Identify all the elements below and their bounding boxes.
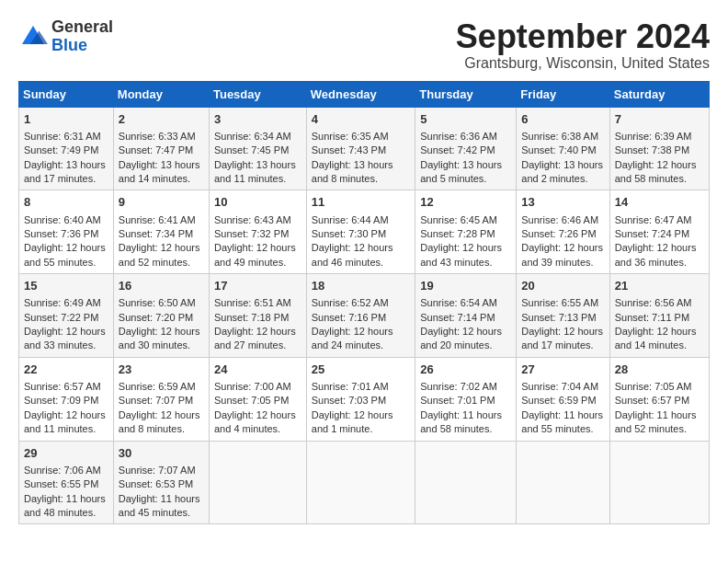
day-number: 27 — [521, 362, 604, 378]
sunset: Sunset: 7:09 PM — [24, 395, 98, 406]
sunset: Sunset: 7:36 PM — [24, 228, 98, 239]
table-row — [415, 441, 517, 524]
sunset: Sunset: 7:43 PM — [312, 144, 386, 155]
table-row: 1Sunrise: 6:31 AMSunset: 7:49 PMDaylight… — [19, 107, 114, 190]
day-number: 7 — [615, 111, 704, 128]
table-row: 27Sunrise: 7:04 AMSunset: 6:59 PMDayligh… — [517, 357, 609, 441]
table-row: 19Sunrise: 6:54 AMSunset: 7:14 PMDayligh… — [415, 274, 517, 358]
day-number: 25 — [312, 362, 410, 378]
sunset: Sunset: 7:22 PM — [24, 312, 98, 323]
sunset: Sunset: 6:59 PM — [521, 395, 596, 406]
calendar-body: 1Sunrise: 6:31 AMSunset: 7:49 PMDaylight… — [19, 107, 710, 524]
table-row: 16Sunrise: 6:50 AMSunset: 7:20 PMDayligh… — [113, 274, 209, 358]
sunrise: Sunrise: 6:56 AM — [615, 297, 692, 308]
table-row — [209, 441, 306, 524]
table-row: 21Sunrise: 6:56 AMSunset: 7:11 PMDayligh… — [609, 274, 709, 358]
table-row: 26Sunrise: 7:02 AMSunset: 7:01 PMDayligh… — [415, 357, 517, 441]
daylight: Daylight: 13 hours and 11 minutes. — [214, 159, 296, 184]
col-monday: Monday — [113, 81, 209, 107]
daylight: Daylight: 12 hours and 52 minutes. — [119, 242, 200, 267]
day-number: 5 — [420, 111, 511, 128]
day-number: 13 — [521, 194, 604, 211]
daylight: Daylight: 12 hours and 30 minutes. — [119, 326, 200, 350]
sunrise: Sunrise: 6:52 AM — [312, 297, 389, 308]
col-tuesday: Tuesday — [209, 81, 306, 107]
sunrise: Sunrise: 6:47 AM — [615, 214, 692, 225]
day-number: 14 — [615, 194, 704, 211]
table-row — [306, 441, 415, 524]
daylight: Daylight: 11 hours and 48 minutes. — [24, 493, 106, 518]
daylight: Daylight: 13 hours and 8 minutes. — [312, 159, 393, 184]
day-number: 19 — [420, 278, 511, 294]
table-row: 24Sunrise: 7:00 AMSunset: 7:05 PMDayligh… — [209, 357, 306, 441]
sunset: Sunset: 7:47 PM — [119, 144, 193, 155]
daylight: Daylight: 12 hours and 49 minutes. — [214, 242, 296, 267]
title-block: September 2024 Grantsburg, Wisconsin, Un… — [456, 18, 710, 72]
day-number: 18 — [312, 278, 410, 294]
sunset: Sunset: 7:26 PM — [521, 228, 596, 239]
sunset: Sunset: 7:14 PM — [420, 312, 495, 323]
sunset: Sunset: 7:45 PM — [214, 144, 289, 155]
day-number: 29 — [24, 445, 108, 462]
table-row: 13Sunrise: 6:46 AMSunset: 7:26 PMDayligh… — [517, 190, 609, 274]
sunrise: Sunrise: 6:54 AM — [420, 297, 497, 308]
table-row: 8Sunrise: 6:40 AMSunset: 7:36 PMDaylight… — [19, 190, 114, 274]
sunset: Sunset: 7:07 PM — [119, 395, 193, 406]
sunrise: Sunrise: 6:50 AM — [119, 297, 196, 308]
col-sunday: Sunday — [19, 81, 114, 107]
sunset: Sunset: 7:28 PM — [420, 228, 495, 239]
table-row: 6Sunrise: 6:38 AMSunset: 7:40 PMDaylight… — [517, 107, 609, 190]
daylight: Daylight: 12 hours and 55 minutes. — [24, 242, 106, 267]
daylight: Daylight: 12 hours and 11 minutes. — [24, 409, 106, 434]
day-number: 10 — [214, 194, 301, 211]
sunset: Sunset: 7:34 PM — [119, 228, 193, 239]
sunrise: Sunrise: 7:02 AM — [420, 381, 497, 392]
sunset: Sunset: 7:40 PM — [521, 144, 596, 155]
sunset: Sunset: 7:42 PM — [420, 144, 495, 155]
sunrise: Sunrise: 7:01 AM — [312, 381, 389, 392]
sunset: Sunset: 7:18 PM — [214, 312, 289, 323]
day-number: 3 — [214, 111, 301, 128]
day-number: 16 — [119, 278, 204, 294]
day-number: 15 — [24, 278, 108, 294]
day-number: 22 — [24, 362, 108, 378]
sunset: Sunset: 7:20 PM — [119, 312, 193, 323]
day-number: 4 — [312, 111, 410, 128]
table-row: 7Sunrise: 6:39 AMSunset: 7:38 PMDaylight… — [609, 107, 709, 190]
sunrise: Sunrise: 6:31 AM — [24, 131, 101, 142]
sunset: Sunset: 6:53 PM — [119, 478, 193, 489]
sunrise: Sunrise: 6:49 AM — [24, 297, 101, 308]
daylight: Daylight: 13 hours and 5 minutes. — [420, 159, 502, 184]
col-thursday: Thursday — [415, 81, 517, 107]
table-row: 2Sunrise: 6:33 AMSunset: 7:47 PMDaylight… — [113, 107, 209, 190]
daylight: Daylight: 12 hours and 36 minutes. — [615, 242, 697, 267]
sunset: Sunset: 7:13 PM — [521, 312, 596, 323]
sunrise: Sunrise: 6:36 AM — [420, 131, 497, 142]
daylight: Daylight: 11 hours and 45 minutes. — [119, 493, 200, 518]
day-number: 2 — [119, 111, 204, 128]
daylight: Daylight: 13 hours and 17 minutes. — [24, 159, 106, 184]
sunset: Sunset: 6:55 PM — [24, 478, 98, 489]
logo-line1: General — [51, 18, 113, 37]
calendar-subtitle: Grantsburg, Wisconsin, United States — [456, 55, 710, 72]
table-row: 4Sunrise: 6:35 AMSunset: 7:43 PMDaylight… — [306, 107, 415, 190]
table-row: 11Sunrise: 6:44 AMSunset: 7:30 PMDayligh… — [306, 190, 415, 274]
table-row: 3Sunrise: 6:34 AMSunset: 7:45 PMDaylight… — [209, 107, 306, 190]
table-row: 15Sunrise: 6:49 AMSunset: 7:22 PMDayligh… — [19, 274, 114, 358]
day-number: 1 — [24, 111, 108, 128]
day-number: 28 — [615, 362, 704, 378]
sunrise: Sunrise: 6:34 AM — [214, 131, 291, 142]
sunrise: Sunrise: 6:41 AM — [119, 214, 196, 225]
table-row: 10Sunrise: 6:43 AMSunset: 7:32 PMDayligh… — [209, 190, 306, 274]
table-row — [517, 441, 609, 524]
page-header: General Blue September 2024 Grantsburg, … — [18, 18, 710, 72]
sunset: Sunset: 7:38 PM — [615, 144, 689, 155]
sunrise: Sunrise: 7:06 AM — [24, 465, 101, 476]
sunset: Sunset: 6:57 PM — [615, 395, 689, 406]
sunrise: Sunrise: 7:05 AM — [615, 381, 692, 392]
sunrise: Sunrise: 6:39 AM — [615, 131, 692, 142]
sunrise: Sunrise: 6:44 AM — [312, 214, 389, 225]
table-row — [609, 441, 709, 524]
sunset: Sunset: 7:49 PM — [24, 144, 98, 155]
table-row: 12Sunrise: 6:45 AMSunset: 7:28 PMDayligh… — [415, 190, 517, 274]
